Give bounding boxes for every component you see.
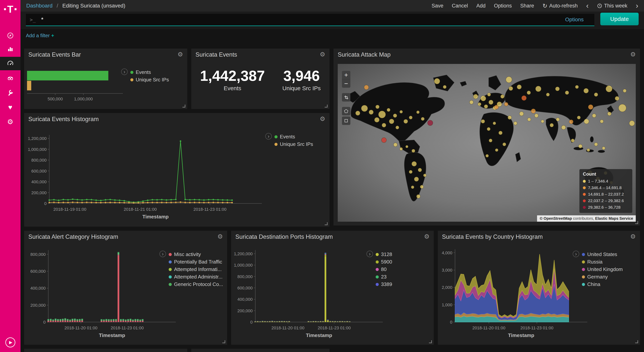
attack-map-point[interactable] (497, 102, 502, 107)
panel-settings-gear-icon[interactable]: ⚙ (424, 233, 430, 240)
legend-item-united-states[interactable]: United States (582, 251, 623, 258)
attack-map-point[interactable] (393, 114, 397, 117)
panel-settings-gear-icon[interactable]: ⚙ (320, 116, 325, 122)
attack-map-point[interactable] (578, 144, 582, 148)
topbar-action-save[interactable]: Save (432, 3, 444, 9)
panel-settings-gear-icon[interactable]: ⚙ (630, 51, 636, 57)
attack-map-point[interactable] (404, 119, 408, 123)
attack-map-point[interactable] (571, 139, 574, 142)
time-forward-button[interactable]: › (636, 2, 638, 10)
attack-map-point[interactable] (382, 138, 386, 143)
panel-resize-handle[interactable] (325, 105, 328, 107)
attack-map-point[interactable] (396, 126, 399, 129)
legend-item-misc-activity[interactable]: Misc activity (169, 251, 223, 258)
attack-map-point[interactable] (546, 93, 550, 96)
attack-map-point[interactable] (486, 154, 489, 157)
attack-map-point[interactable] (594, 143, 598, 146)
attack-map-point[interactable] (520, 112, 524, 116)
legend-collapse-button[interactable]: › (573, 251, 579, 257)
attack-map-point[interactable] (629, 120, 634, 126)
map-fit-bounds-button[interactable] (342, 93, 350, 102)
attack-map-point[interactable] (400, 147, 403, 150)
attack-map-point[interactable] (498, 131, 502, 135)
panel-settings-gear-icon[interactable]: ⚙ (178, 51, 183, 57)
attack-map-point[interactable] (416, 111, 420, 114)
legend-item-germany[interactable]: Germany (582, 273, 623, 281)
attack-map-point[interactable] (416, 195, 420, 198)
attack-map-point[interactable] (584, 119, 589, 124)
attack-map-point[interactable] (484, 105, 488, 108)
time-range-button[interactable]: This week (597, 3, 628, 9)
attack-map-point[interactable] (495, 148, 498, 152)
query-options-link[interactable]: Options (565, 17, 584, 23)
sidebar-item-visualize[interactable] (0, 42, 20, 56)
attack-map-point[interactable] (615, 96, 619, 101)
attack-map-point[interactable] (356, 111, 360, 116)
attack-map-point[interactable] (592, 114, 596, 117)
attack-map-point[interactable] (588, 105, 593, 110)
map-draw-polygon-button[interactable] (342, 107, 350, 115)
topbar-action-cancel[interactable]: Cancel (452, 3, 468, 9)
attack-map-point[interactable] (504, 102, 508, 106)
attack-map-point[interactable] (474, 94, 478, 99)
legend-collapse-button[interactable]: › (366, 251, 373, 257)
breadcrumb-dashboard-link[interactable]: Dashboard (26, 3, 52, 9)
topbar-action-add[interactable]: Add (476, 3, 486, 9)
sidebar-item-monitoring[interactable]: ♥ (0, 101, 20, 114)
attack-map-point[interactable] (412, 161, 417, 166)
attack-map-point[interactable] (534, 114, 538, 117)
attack-map-point[interactable] (493, 122, 496, 125)
sidebar-item-management[interactable]: ⚙ (0, 115, 20, 129)
attack-map-point[interactable] (623, 89, 626, 93)
map-draw-rectangle-button[interactable] (342, 116, 350, 125)
map-zoom-in-button[interactable]: + (342, 71, 350, 79)
attack-map-point[interactable] (575, 85, 579, 89)
auto-refresh-button[interactable]: ↻ Auto-refresh (542, 3, 578, 9)
sidebar-item-events[interactable] (0, 71, 20, 85)
topbar-action-share[interactable]: Share (520, 3, 534, 9)
legend-item-5900[interactable]: 5900 (376, 258, 392, 266)
attack-map-point[interactable] (389, 119, 394, 124)
attack-map-point[interactable] (522, 96, 526, 101)
attack-map-point[interactable] (374, 117, 379, 122)
attack-map-point[interactable] (517, 85, 522, 89)
legend-item-unique-src-ips[interactable]: Unique Src IPs (130, 76, 169, 83)
attack-map-point[interactable] (531, 109, 536, 113)
legend-item-3389[interactable]: 3389 (376, 281, 392, 288)
legend-item-united-kingdom[interactable]: United Kingdom (582, 266, 623, 273)
attack-map-point[interactable] (577, 116, 580, 119)
legend-item-unique-src-ips[interactable]: Unique Src IPs (274, 140, 313, 148)
attack-map-point[interactable] (555, 87, 560, 91)
attack-map-point[interactable] (569, 120, 573, 124)
attack-map-point[interactable] (489, 139, 492, 142)
attack-map-point[interactable] (382, 123, 386, 127)
panel-resize-handle[interactable] (182, 105, 185, 107)
attack-map-point[interactable] (508, 116, 512, 119)
sidebar-collapse-button[interactable]: ▶ (5, 337, 15, 347)
attack-map-point[interactable] (364, 85, 369, 90)
attack-map-point[interactable] (527, 91, 531, 95)
attack-map-point[interactable] (602, 147, 605, 150)
legend-item-3128[interactable]: 3128 (376, 251, 392, 258)
attack-map-point[interactable] (562, 125, 566, 129)
legend-item-china[interactable]: China (582, 281, 623, 288)
attack-map-point[interactable] (500, 95, 504, 98)
attack-map-point[interactable] (502, 143, 506, 146)
sidebar-item-devtools[interactable] (0, 86, 20, 99)
attack-map-point[interactable] (424, 174, 426, 177)
attack-map-point[interactable] (394, 143, 397, 147)
attack-map-point[interactable] (361, 105, 368, 112)
attack-map-point[interactable] (420, 185, 424, 189)
attack-map-point[interactable] (421, 117, 424, 120)
legend-item-attempted-administr-[interactable]: Attempted Administr... (169, 273, 223, 281)
attack-map-point[interactable] (411, 186, 414, 189)
attack-map-point[interactable] (387, 108, 390, 112)
attack-map-point[interactable] (369, 110, 373, 115)
attack-map-point[interactable] (378, 111, 386, 118)
attack-map-point[interactable] (594, 93, 598, 97)
attack-map-point[interactable] (412, 149, 415, 152)
ems-attribution[interactable]: Elastic Maps Service (595, 216, 633, 221)
panel-resize-handle[interactable] (325, 222, 328, 225)
attack-map-point[interactable] (434, 78, 440, 84)
attack-map-point[interactable] (376, 105, 379, 109)
